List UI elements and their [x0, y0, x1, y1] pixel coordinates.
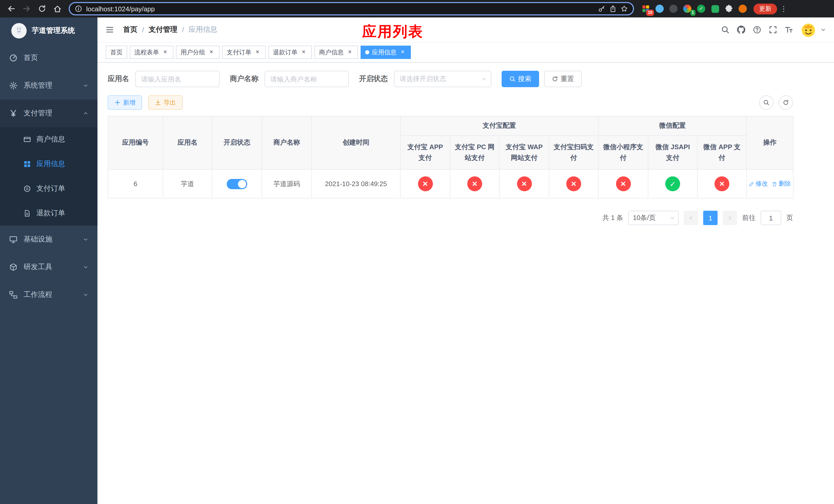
sidebar-item-refund-order[interactable]: 退款订单 — [0, 201, 97, 226]
export-button[interactable]: 导出 — [148, 95, 182, 110]
breadcrumb-home[interactable]: 首页 — [123, 25, 137, 35]
chevron-down-icon — [83, 265, 88, 270]
breadcrumb-current: 应用信息 — [189, 25, 218, 35]
chevron-down-icon — [83, 83, 88, 88]
next-page-button[interactable] — [723, 211, 737, 225]
payment-status-icon — [566, 176, 581, 191]
screen: localhost:1024/pay/app 10 1 更新 ⋮ 芋道管理系统 — [0, 0, 834, 504]
extension-icon[interactable] — [669, 4, 678, 13]
sidebar-toggle-button[interactable] — [106, 26, 114, 34]
reset-button[interactable]: 重置 — [544, 71, 581, 87]
close-icon[interactable]: × — [300, 49, 307, 56]
sidebar-item-system[interactable]: 系统管理 — [0, 72, 97, 99]
browser-reload-button[interactable] — [35, 2, 49, 16]
extension-icon[interactable] — [710, 4, 720, 13]
plus-icon — [114, 99, 120, 106]
extension-icon[interactable]: 1 — [683, 4, 692, 13]
sidebar: 芋道管理系统 首页 系统管理 支付管理 商户信息 — [0, 18, 97, 504]
user-avatar[interactable] — [801, 22, 816, 38]
browser-forward-button[interactable] — [20, 2, 34, 16]
navbar-actions — [721, 22, 826, 38]
table-toolbar: 新增 导出 — [108, 95, 793, 110]
tab-app-info[interactable]: 应用信息 × — [360, 46, 411, 59]
toggle-search-button[interactable] — [759, 95, 773, 110]
sidebar-item-workflow[interactable]: 工作流程 — [0, 281, 97, 308]
tab-home[interactable]: 首页 — [106, 46, 127, 59]
search-button[interactable]: 搜索 — [502, 71, 539, 87]
col-status: 开启状态 — [212, 116, 262, 169]
delete-button[interactable]: 删除 — [772, 180, 791, 188]
bookmark-star-icon[interactable] — [621, 5, 628, 12]
github-icon[interactable] — [737, 26, 745, 34]
close-icon[interactable]: × — [346, 49, 353, 56]
prev-page-button[interactable] — [684, 211, 698, 225]
col-wx-app: 微信 APP 支付 — [697, 136, 747, 169]
browser-back-button[interactable] — [4, 2, 19, 16]
tab-refund-order[interactable]: 退款订单 × — [268, 46, 312, 59]
app-table: 应用编号 应用名 开启状态 商户名称 创建时间 支付宝配置 微信配置 操作 支付… — [108, 116, 793, 199]
browser-chrome: localhost:1024/pay/app 10 1 更新 ⋮ — [0, 0, 834, 18]
app-logo[interactable]: 芋道管理系统 — [0, 18, 97, 44]
edit-button[interactable]: 修改 — [749, 180, 768, 188]
tab-process-form[interactable]: 流程表单 × — [130, 46, 173, 59]
refresh-icon — [783, 99, 789, 106]
merchant-name-input[interactable] — [265, 71, 349, 87]
extension-icon[interactable] — [697, 4, 706, 13]
password-key-icon[interactable] — [598, 5, 605, 12]
add-button[interactable]: 新增 — [108, 95, 142, 110]
order-icon — [24, 185, 31, 192]
payment-status-icon — [467, 176, 482, 191]
active-tab-dot — [365, 50, 369, 54]
pagination: 共 1 条 10条/页 1 前往 页 — [108, 211, 793, 225]
address-bar[interactable]: localhost:1024/pay/app — [69, 2, 634, 15]
close-icon[interactable]: × — [161, 49, 169, 56]
extension-icon[interactable] — [655, 4, 664, 13]
fullscreen-icon[interactable] — [769, 26, 777, 34]
share-icon[interactable] — [609, 5, 616, 12]
close-icon[interactable]: × — [254, 49, 261, 56]
sidebar-item-infrastructure[interactable]: 基础设施 — [0, 226, 97, 253]
tab-user-group[interactable]: 用户分组 × — [176, 46, 220, 59]
chevron-left-icon — [688, 215, 694, 221]
extensions-puzzle-icon[interactable] — [724, 4, 733, 13]
browser-update-button[interactable]: 更新 — [753, 3, 777, 14]
breadcrumb-payment[interactable]: 支付管理 — [149, 25, 177, 35]
profile-avatar[interactable] — [738, 4, 747, 13]
chevron-down-icon — [482, 76, 487, 82]
edit-icon — [749, 181, 754, 186]
extension-icon[interactable]: 10 — [641, 4, 650, 13]
chevron-down-icon[interactable] — [821, 27, 826, 32]
page-number-button[interactable]: 1 — [703, 211, 718, 225]
sidebar-item-payment[interactable]: 支付管理 — [0, 99, 97, 127]
col-created: 创建时间 — [312, 116, 400, 169]
refresh-table-button[interactable] — [778, 95, 793, 110]
search-icon[interactable] — [721, 26, 729, 34]
status-toggle[interactable] — [227, 179, 247, 189]
goto-label: 前往 — [742, 213, 755, 223]
app-name-input[interactable] — [135, 71, 220, 87]
sidebar-item-home[interactable]: 首页 — [0, 44, 97, 72]
col-alipay-pc: 支付宝 PC 网站支付 — [450, 136, 499, 169]
extension-badge: 1 — [690, 10, 696, 16]
sidebar-item-pay-order[interactable]: 支付订单 — [0, 176, 97, 201]
site-info-icon[interactable] — [75, 5, 82, 12]
cell-created: 2021-10-23 08:49:25 — [312, 169, 400, 198]
sidebar-item-app-info[interactable]: 应用信息 — [0, 152, 97, 176]
close-icon[interactable]: × — [208, 49, 215, 56]
sidebar-item-devtools[interactable]: 研发工具 — [0, 253, 97, 281]
tab-pay-order[interactable]: 支付订单 × — [222, 46, 266, 59]
col-alipay-wap: 支付宝 WAP 网站支付 — [499, 136, 549, 169]
cell-app-id: 6 — [108, 169, 163, 198]
font-size-icon[interactable] — [785, 26, 793, 34]
sidebar-item-merchant-info[interactable]: 商户信息 — [0, 127, 97, 152]
browser-menu-icon[interactable]: ⋮ — [778, 5, 789, 13]
search-icon — [763, 99, 769, 106]
page-size-select[interactable]: 10条/页 — [628, 211, 679, 225]
payment-status-icon — [517, 176, 532, 191]
goto-page-input[interactable] — [761, 211, 781, 225]
status-select[interactable]: 请选择开启状态 — [394, 71, 491, 87]
help-icon[interactable] — [753, 26, 761, 34]
browser-home-button[interactable] — [50, 2, 65, 16]
close-icon[interactable]: × — [399, 49, 406, 56]
tab-merchant-info[interactable]: 商户信息 × — [314, 46, 358, 59]
